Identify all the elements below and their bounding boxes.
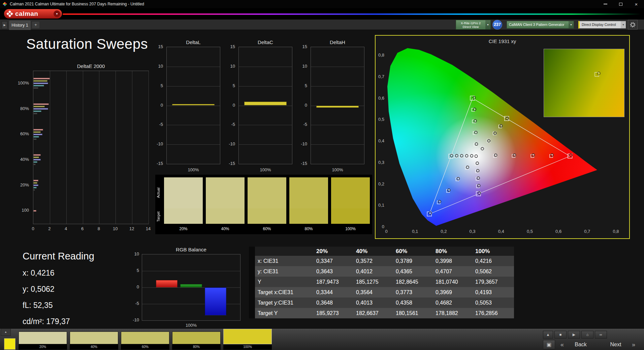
cie-xtick: 0,8 (611, 229, 621, 234)
cie-measured-point (476, 162, 479, 165)
pattern-swatch-20%[interactable]: 20% (19, 331, 67, 350)
cie-ytick: 0,1 (376, 203, 384, 208)
swatch-label: 60% (248, 224, 286, 234)
current-pattern-color (4, 338, 15, 350)
column-header: 60% (394, 248, 434, 255)
next-chevron-icon[interactable]: » (629, 341, 638, 348)
table-cell: 178,1882 (434, 310, 474, 316)
swatch-column: 40% (206, 177, 245, 234)
pattern-tray: ▲ 20%40%60%80%100% ▲ ■ ▶ ⌂ ∞ ▣ « Back Ne… (0, 329, 644, 350)
cie-measured-point (532, 154, 535, 156)
loop-button[interactable]: ∞ (595, 331, 607, 339)
tab-bar: ▶ History 1 + X-Rite i1Pro 2 Direct View… (0, 20, 644, 30)
add-tab-button[interactable]: + (32, 22, 39, 28)
chevron-down-icon: ▼ (622, 24, 624, 26)
luminance-badge[interactable]: 237 (492, 20, 502, 30)
home-button[interactable]: ⌂ (581, 331, 593, 339)
deltae-group-label: 20% (10, 182, 29, 187)
pattern-swatch-60%[interactable]: 60% (121, 331, 169, 350)
back-button[interactable]: Back (568, 342, 593, 348)
swatch-color (70, 331, 118, 344)
pattern-generator-selector[interactable]: CalMAN Client 3 Pattern Generator ▼ (507, 21, 574, 29)
deltae-bar (33, 164, 36, 165)
cie-measured-point (457, 177, 459, 180)
play-button[interactable]: ▶ (568, 331, 580, 339)
back-chevron-icon[interactable]: « (558, 341, 567, 348)
deltae-bar (33, 78, 50, 79)
delta-gridline (167, 67, 220, 67)
minimize-button[interactable] (598, 0, 613, 8)
table-cell: 0,3648 (315, 300, 354, 306)
reading-y: y: 0,5062 (23, 285, 94, 294)
deltac-plot (238, 47, 292, 164)
deltah-chart: DeltaH 151050-5-10-15 100% (294, 39, 366, 174)
cie-measured-point (513, 154, 516, 156)
settings-button[interactable] (628, 20, 638, 30)
rgb-plot (142, 254, 240, 321)
delta-gridline (239, 86, 292, 86)
cie-chart-title: CIE 1931 xy (376, 38, 629, 44)
table-cell: 0,4216 (474, 258, 513, 264)
swatch-column: 100% (331, 177, 370, 234)
delta-ytick: 5 (151, 83, 163, 88)
delta-gridline (167, 125, 220, 125)
pattern-swatch-100%[interactable]: 100% (223, 329, 272, 350)
cie-measured-point (487, 139, 490, 142)
next-button[interactable]: Next (603, 342, 629, 348)
generator-dropdown-button[interactable]: ▼ (569, 21, 574, 28)
delta-ytick: -15 (151, 161, 163, 166)
delta-gridline (239, 106, 292, 106)
table-row: x: CIE310,33470,35720,37890,39980,4216 (249, 256, 514, 266)
cie-xtick: 0,4 (496, 229, 506, 234)
maximize-button[interactable] (613, 0, 629, 8)
close-button[interactable]: × (629, 0, 644, 8)
calman-logo[interactable]: calman ▼ (4, 9, 62, 19)
stop-button[interactable]: ■ (554, 331, 567, 339)
tray-collapse-button[interactable]: ▲ (1, 328, 11, 336)
table-cell: 0,3564 (354, 289, 394, 295)
pattern-window-button[interactable]: ▣ (543, 340, 555, 349)
logo-menu-button[interactable]: ▼ (54, 10, 60, 17)
meter-dropdown-button[interactable]: ▼ (485, 20, 490, 29)
cie-measured-point (460, 154, 463, 157)
delta-ytick: -15 (295, 161, 307, 166)
expand-panel-button[interactable]: ▶ (2, 21, 7, 29)
deltae-xtick: 14 (145, 226, 152, 231)
deltae-xtick: 10 (112, 226, 119, 231)
title-bar: Calman 2021 Calman Ultimate for Business… (0, 0, 644, 8)
table-cell: 181,0740 (434, 279, 474, 285)
deltae-bar (33, 136, 39, 138)
swatch-color (223, 329, 272, 344)
cie-measured-point (478, 192, 481, 195)
red-balance-bar (156, 280, 178, 287)
table-cell: 0,4193 (474, 289, 513, 295)
cie-ytick: 0,4 (376, 138, 384, 143)
target-swatch (248, 208, 286, 224)
tray-up-button[interactable]: ▲ (543, 331, 553, 339)
cie-ytick: 0,3 (376, 160, 384, 165)
display-dropdown-button[interactable]: ▼ (621, 21, 626, 28)
meter-selector[interactable]: X-Rite i1Pro 2 Direct View ▼ (456, 20, 491, 30)
deltae-bar (33, 110, 41, 112)
table-cell: 0,4682 (434, 300, 474, 306)
delta-value-bar (244, 102, 287, 106)
tab-history-1[interactable]: History 1 (9, 21, 31, 30)
deltae-gridline (149, 71, 149, 224)
cie-measured-point (455, 154, 458, 157)
reading-fl: fL: 52,35 (23, 301, 94, 310)
cie-measured-point (551, 154, 553, 156)
rgb-ytick: 0 (127, 284, 139, 289)
delta-gridline (167, 106, 220, 106)
pattern-swatch-80%[interactable]: 80% (172, 331, 221, 350)
delta-ytick: 0 (295, 103, 307, 108)
delta-ytick: 10 (295, 64, 307, 69)
row-label: y: CIE31 (255, 269, 315, 275)
rgb-xlabel: 100% (142, 323, 240, 328)
cie-measured-point (448, 189, 450, 191)
table-cell: 182,8645 (394, 279, 434, 285)
pattern-swatch-40%[interactable]: 40% (70, 331, 118, 350)
table-cell: 182,6637 (354, 310, 394, 316)
display-control-selector[interactable]: Direct Display Control ▼ (578, 21, 626, 29)
cie-ytick: 0 (376, 224, 384, 229)
cie-measured-point (429, 212, 431, 214)
